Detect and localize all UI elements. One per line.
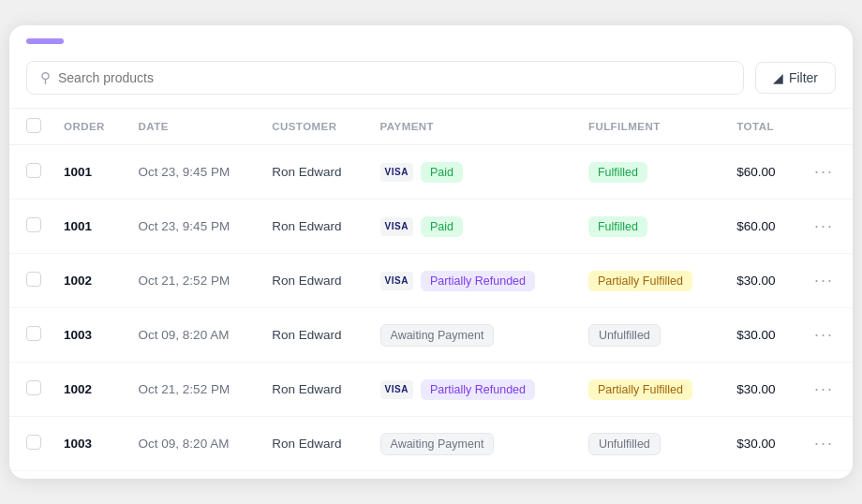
row-checkbox[interactable] [26, 272, 41, 287]
payment-cell: VISAPaid [369, 145, 577, 200]
order-total: $30.00 [725, 417, 797, 471]
more-options-button[interactable]: ··· [809, 323, 840, 347]
payment-cell: VISAPartially Refunded [369, 254, 577, 308]
visa-icon: VISA [380, 380, 413, 399]
order-date: Oct 23, 9:45 PM [127, 145, 261, 200]
table-row: 1002Oct 21, 2:52 PMRon EdwardVISAPartial… [9, 363, 853, 417]
more-options-button[interactable]: ··· [809, 432, 840, 455]
fulfillment-status-badge: Fulfilled [588, 162, 647, 183]
payment-cell: Awaiting Payment [369, 417, 577, 471]
table-row: 1003Oct 09, 8:20 AMRon EdwardAwaiting Pa… [9, 417, 853, 471]
order-number: 1001 [52, 200, 127, 254]
row-checkbox[interactable] [26, 217, 41, 232]
col-date: DATE [127, 109, 261, 145]
more-options-button[interactable]: ··· [809, 160, 840, 184]
fulfillment-cell: Partially Fulfilled [577, 254, 725, 308]
search-input[interactable] [58, 70, 730, 85]
table-row: 1001Oct 23, 9:45 PMRon EdwardVISAPaidFul… [9, 200, 853, 254]
fulfillment-cell: Unfulfilled [577, 308, 725, 363]
col-customer: CUSTOMER [260, 109, 368, 145]
customer-name: Ron Edward [260, 308, 368, 363]
payment-status-badge: Paid [421, 216, 463, 237]
row-checkbox[interactable] [26, 326, 41, 341]
order-total: $30.00 [725, 363, 797, 417]
payment-status-badge: Awaiting Payment [380, 324, 495, 347]
fulfillment-status-badge: Unfulfilled [588, 433, 661, 455]
col-fulfilment: FULFILMENT [577, 109, 725, 145]
order-date: Oct 23, 9:45 PM [127, 200, 261, 254]
col-order: ORDER [52, 109, 127, 145]
search-icon: ⚲ [40, 69, 51, 86]
payment-status-badge: Partially Refunded [421, 379, 535, 400]
order-total: $30.00 [725, 308, 797, 363]
fulfillment-cell: Fulfilled [577, 145, 725, 200]
more-options-button[interactable]: ··· [809, 215, 840, 238]
table-header: ORDER DATE CUSTOMER PAYMENT FULFILMENT T… [9, 109, 853, 145]
fulfillment-cell: Fulfilled [577, 200, 725, 254]
row-checkbox[interactable] [26, 435, 41, 450]
main-card: ⚲ ◢ Filter ORDER DATE CUSTOMER PAYMENT F… [9, 25, 853, 479]
table-row: 1003Oct 09, 8:20 AMRon EdwardAwaiting Pa… [9, 308, 853, 363]
order-number: 1002 [52, 363, 127, 417]
order-number: 1003 [52, 417, 127, 471]
order-number: 1001 [52, 145, 127, 200]
row-checkbox[interactable] [26, 163, 41, 178]
fulfillment-cell: Partially Fulfilled [577, 363, 725, 417]
filter-icon: ◢ [773, 70, 783, 85]
orders-table: ORDER DATE CUSTOMER PAYMENT FULFILMENT T… [9, 108, 853, 471]
more-options-button[interactable]: ··· [809, 378, 840, 401]
customer-name: Ron Edward [260, 200, 368, 254]
table-row: 1001Oct 23, 9:45 PMRon EdwardVISAPaidFul… [9, 145, 853, 200]
fulfillment-status-badge: Fulfilled [588, 216, 647, 237]
visa-icon: VISA [380, 217, 413, 236]
order-date: Oct 09, 8:20 AM [127, 417, 261, 471]
payment-status-badge: Awaiting Payment [380, 433, 495, 455]
payment-status-badge: Partially Refunded [421, 271, 535, 291]
visa-icon: VISA [380, 163, 413, 182]
customer-name: Ron Edward [260, 363, 368, 417]
col-total: TOTAL [725, 109, 797, 145]
order-date: Oct 21, 2:52 PM [127, 363, 261, 417]
payment-cell: VISAPartially Refunded [369, 363, 577, 417]
fulfillment-status-badge: Unfulfilled [588, 324, 661, 347]
customer-name: Ron Edward [260, 254, 368, 308]
table-body: 1001Oct 23, 9:45 PMRon EdwardVISAPaidFul… [9, 145, 853, 471]
select-all-checkbox[interactable] [26, 118, 41, 133]
col-payment: PAYMENT [369, 109, 577, 145]
order-total: $60.00 [725, 200, 797, 254]
fulfillment-status-badge: Partially Fulfilled [588, 379, 692, 400]
visa-icon: VISA [380, 272, 413, 290]
customer-name: Ron Edward [260, 417, 368, 471]
order-number: 1003 [52, 308, 127, 363]
fulfillment-cell: Unfulfilled [577, 417, 725, 471]
filter-button[interactable]: ◢ Filter [755, 62, 836, 94]
order-date: Oct 21, 2:52 PM [127, 254, 261, 308]
order-date: Oct 09, 8:20 AM [127, 308, 261, 363]
order-total: $60.00 [725, 145, 797, 200]
search-box: ⚲ [26, 61, 744, 95]
payment-status-badge: Paid [421, 162, 463, 183]
table-row: 1002Oct 21, 2:52 PMRon EdwardVISAPartial… [9, 254, 853, 308]
fulfillment-status-badge: Partially Fulfilled [588, 271, 692, 291]
filter-label: Filter [789, 70, 818, 85]
payment-cell: VISAPaid [369, 200, 577, 254]
order-number: 1002 [52, 254, 127, 308]
accent-bar [26, 38, 64, 44]
toolbar: ⚲ ◢ Filter [9, 52, 853, 108]
payment-cell: Awaiting Payment [369, 308, 577, 363]
more-options-button[interactable]: ··· [809, 269, 840, 292]
customer-name: Ron Edward [260, 145, 368, 200]
row-checkbox[interactable] [26, 380, 41, 395]
order-total: $30.00 [725, 254, 797, 308]
